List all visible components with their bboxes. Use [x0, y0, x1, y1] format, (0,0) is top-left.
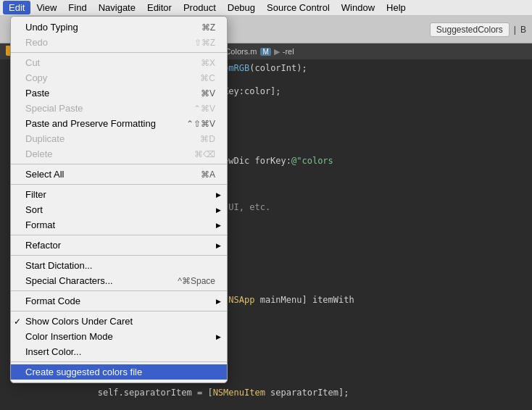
menu-item-label: Show Colors Under Caret	[25, 316, 133, 327]
menu-item-label: Color Insertion Mode	[25, 331, 113, 342]
menu-item-label: Create suggested colors file	[25, 367, 142, 377]
breadcrumb-rel: -rel	[283, 47, 294, 56]
menu-item-label: Special Paste	[25, 103, 83, 114]
m-badge: M	[260, 48, 270, 56]
menu-item-label: Cut	[25, 57, 40, 68]
menu-item-color-insertion[interactable]: Color Insertion Mode	[11, 329, 227, 344]
menu-sep-5	[11, 255, 227, 256]
menu-item-label: Undo Typing	[25, 22, 78, 33]
menubar-item-navigate[interactable]: Navigate	[93, 1, 141, 14]
menu-item-label: Filter	[25, 189, 46, 200]
menu-item-paste[interactable]: Paste ⌘V	[11, 85, 227, 101]
menu-item-insert-color[interactable]: Insert Color...	[11, 344, 227, 359]
menu-item-label: Copy	[25, 72, 47, 83]
menu-sep-4	[11, 235, 227, 235]
menu-item-label: Select All	[25, 169, 64, 180]
menu-item-paste-preserve[interactable]: Paste and Preserve Formatting ⌃⇧⌘V	[11, 116, 227, 131]
menubar: Edit View Find Navigate Editor Product D…	[0, 0, 532, 16]
menu-item-label: Duplicate	[25, 133, 65, 144]
menu-sep-7	[11, 311, 227, 311]
menu-item-sort[interactable]: Sort	[11, 202, 227, 217]
menu-shortcut: ⌘D	[200, 134, 215, 144]
menu-item-format[interactable]: Format	[11, 217, 227, 233]
menu-item-label: Redo	[25, 37, 48, 48]
menu-shortcut: ⌘X	[201, 58, 215, 68]
menu-item-special-paste[interactable]: Special Paste ⌃⌘V	[11, 101, 227, 116]
menu-item-filter[interactable]: Filter	[11, 187, 227, 202]
menu-item-label: Delete	[25, 148, 53, 159]
menubar-item-view[interactable]: View	[30, 1, 62, 14]
menu-shortcut: ⌃⌘V	[194, 104, 215, 114]
menubar-item-debug[interactable]: Debug	[222, 1, 261, 14]
menu-item-label: Paste	[25, 88, 49, 99]
menu-item-duplicate[interactable]: Duplicate ⌘D	[11, 131, 227, 146]
menu-shortcut: ⌘C	[200, 73, 215, 83]
menu-shortcut: ⌘Z	[201, 22, 215, 33]
menubar-item-find[interactable]: Find	[62, 1, 92, 14]
menu-item-label: Format Code	[25, 296, 80, 306]
menu-shortcut: ⌘⌫	[194, 149, 215, 159]
menu-item-start-dictation[interactable]: Start Dictation...	[11, 258, 227, 273]
menu-item-label: Format	[25, 219, 55, 230]
menu-sep-3	[11, 184, 227, 185]
menu-shortcut: ⌘V	[201, 88, 215, 99]
menu-item-cut[interactable]: Cut ⌘X	[11, 55, 227, 70]
menubar-item-edit[interactable]: Edit	[3, 1, 30, 14]
menu-item-label: Refactor	[25, 240, 61, 251]
toolbar-right: SuggestedColors | B	[430, 22, 526, 37]
menu-item-label: Special Characters...	[25, 275, 113, 286]
suggested-colors-badge: SuggestedColors	[430, 22, 510, 37]
menu-item-format-code[interactable]: Format Code	[11, 293, 227, 309]
menu-item-label: Insert Color...	[25, 346, 81, 357]
menu-item-create-colors[interactable]: Create suggested colors file	[11, 364, 227, 380]
menubar-item-product[interactable]: Product	[178, 1, 222, 14]
menu-shortcut: ⌃⇧⌘V	[186, 119, 215, 129]
toolbar-separator: |	[514, 25, 516, 35]
menu-item-delete[interactable]: Delete ⌘⌫	[11, 146, 227, 162]
menu-item-refactor[interactable]: Refactor	[11, 238, 227, 253]
toolbar-right-text: B	[520, 25, 526, 35]
menubar-item-source-control[interactable]: Source Control	[261, 1, 336, 14]
menu-item-copy[interactable]: Copy ⌘C	[11, 70, 227, 85]
menu-item-redo[interactable]: Redo ⇧⌘Z	[11, 35, 227, 50]
menu-sep-1	[11, 52, 227, 53]
menu-item-undo[interactable]: Undo Typing ⌘Z	[11, 20, 227, 35]
menubar-item-window[interactable]: Window	[336, 1, 381, 14]
menu-item-label: Start Dictation...	[25, 260, 92, 271]
line-num	[0, 387, 23, 398]
menubar-item-help[interactable]: Help	[381, 1, 412, 14]
edit-menu: Undo Typing ⌘Z Redo ⇧⌘Z Cut ⌘X Copy ⌘C P…	[10, 16, 228, 383]
menu-item-select-all[interactable]: Select All ⌘A	[11, 167, 227, 182]
menu-sep-8	[11, 361, 227, 362]
menu-sep-2	[11, 164, 227, 164]
breadcrumb-sep3: ▶	[274, 47, 280, 57]
menu-shortcut: ^⌘Space	[178, 276, 215, 286]
menubar-item-editor[interactable]: Editor	[141, 1, 178, 14]
menu-item-label: Paste and Preserve Formatting	[25, 118, 156, 129]
menu-item-special-chars[interactable]: Special Characters... ^⌘Space	[11, 273, 227, 288]
menu-item-show-colors[interactable]: ✓ Show Colors Under Caret	[11, 314, 227, 329]
menu-shortcut: ⌘A	[201, 170, 215, 180]
menu-shortcut: ⇧⌘Z	[194, 38, 215, 48]
menu-item-label: Sort	[25, 204, 43, 215]
checkmark-icon: ✓	[14, 317, 21, 327]
menu-sep-6	[11, 290, 227, 291]
